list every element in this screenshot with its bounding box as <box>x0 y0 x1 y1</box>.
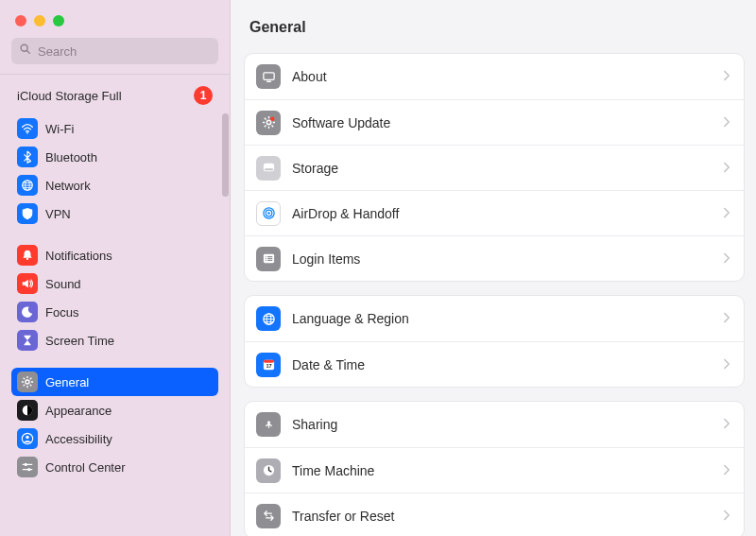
sidebar-item-label: Focus <box>45 305 78 320</box>
settings-window: iCloud Storage Full 1 Wi-Fi Bluetooth Ne… <box>0 0 756 536</box>
sidebar-item-label: Control Center <box>45 460 126 475</box>
sidebar-item-screentime[interactable]: Screen Time <box>11 326 218 354</box>
page-title: General <box>249 19 745 36</box>
search-field[interactable] <box>11 38 218 64</box>
hourglass-icon <box>17 330 38 351</box>
sidebar-item-controlcenter[interactable]: Control Center <box>11 453 218 481</box>
gear-badge-icon <box>256 111 281 135</box>
settings-group: Sharing Time Machine Transfer or Reset <box>244 401 745 536</box>
sidebar-item-network[interactable]: Network <box>11 171 218 199</box>
row-softwareupdate[interactable]: Software Update <box>245 99 744 145</box>
chevron-right-icon <box>723 356 730 373</box>
disk-icon <box>256 156 281 181</box>
gear-icon <box>17 372 38 392</box>
row-timemachine[interactable]: Time Machine <box>245 447 744 493</box>
row-label: Transfer or Reset <box>292 509 712 524</box>
sidebar: iCloud Storage Full 1 Wi-Fi Bluetooth Ne… <box>0 0 231 536</box>
moon-icon <box>17 302 38 322</box>
row-label: Login Items <box>292 251 712 267</box>
chevron-right-icon <box>723 114 730 131</box>
clock-icon <box>256 458 281 483</box>
sidebar-item-bluetooth[interactable]: Bluetooth <box>11 143 218 171</box>
speaker-icon <box>17 273 38 294</box>
contrast-icon <box>17 400 38 421</box>
sidebar-item-label: General <box>45 375 89 389</box>
sidebar-item-label: Accessibility <box>45 432 112 446</box>
sidebar-item-vpn[interactable]: VPN <box>11 199 218 228</box>
globe-icon <box>256 306 281 331</box>
chevron-right-icon <box>723 68 730 85</box>
row-label: Date & Time <box>292 357 712 372</box>
notification-badge: 1 <box>194 86 213 105</box>
search-input[interactable] <box>38 44 211 59</box>
search-icon <box>19 43 32 60</box>
sidebar-item-label: Bluetooth <box>45 150 97 164</box>
chevron-right-icon <box>723 462 730 479</box>
settings-group: About Software Update Storage AirDrop & … <box>244 53 745 282</box>
row-sharing[interactable]: Sharing <box>245 402 744 447</box>
share-icon <box>256 412 281 437</box>
row-label: Software Update <box>292 115 712 130</box>
scrollbar-thumb[interactable] <box>222 113 229 197</box>
sidebar-item-appearance[interactable]: Appearance <box>11 396 218 424</box>
sidebar-item-accessibility[interactable]: Accessibility <box>11 424 218 453</box>
globe-icon <box>17 175 38 196</box>
sidebar-item-notifications[interactable]: Notifications <box>11 241 218 269</box>
row-label: Time Machine <box>292 463 712 478</box>
chevron-right-icon <box>723 205 730 222</box>
monitor-icon <box>256 64 281 89</box>
sidebar-item-label: Wi-Fi <box>45 122 74 136</box>
minimize-window-button[interactable] <box>34 15 45 26</box>
sidebar-item-label: VPN <box>45 207 71 221</box>
shield-icon <box>17 203 38 224</box>
bluetooth-icon <box>17 147 38 167</box>
row-label: AirDrop & Handoff <box>292 206 712 221</box>
chevron-right-icon <box>723 160 730 177</box>
row-about[interactable]: About <box>245 54 744 99</box>
main-content: General About Software Update Storage Ai… <box>231 0 756 536</box>
person-icon <box>17 428 38 449</box>
settings-group: Language & Region Date & Time <box>244 295 745 388</box>
sidebar-item-general[interactable]: General <box>11 368 218 396</box>
row-loginitems[interactable]: Login Items <box>245 235 744 281</box>
row-label: Language & Region <box>292 311 712 326</box>
storage-banner-label: iCloud Storage Full <box>17 89 122 103</box>
sidebar-item-wifi[interactable]: Wi-Fi <box>11 114 218 143</box>
row-label: About <box>292 69 712 84</box>
sidebar-item-sound[interactable]: Sound <box>11 269 218 298</box>
zoom-window-button[interactable] <box>53 15 64 26</box>
row-label: Storage <box>292 161 712 176</box>
sidebar-item-label: Screen Time <box>45 334 114 348</box>
list-icon <box>256 247 281 271</box>
row-storage[interactable]: Storage <box>245 145 744 190</box>
chevron-right-icon <box>723 310 730 327</box>
chevron-right-icon <box>723 416 730 433</box>
row-label: Sharing <box>292 417 712 432</box>
sidebar-item-label: Sound <box>45 277 81 291</box>
sidebar-item-label: Notifications <box>45 249 112 263</box>
sidebar-item-label: Appearance <box>45 404 112 418</box>
sidebar-item-label: Network <box>45 179 91 193</box>
window-controls <box>0 0 230 38</box>
row-transfer[interactable]: Transfer or Reset <box>245 493 744 536</box>
row-datetime[interactable]: Date & Time <box>245 341 744 387</box>
sidebar-item-icloud-storage[interactable]: iCloud Storage Full 1 <box>11 84 218 114</box>
close-window-button[interactable] <box>15 15 26 26</box>
divider <box>0 74 230 75</box>
sliders-icon <box>17 457 38 477</box>
airdrop-icon <box>256 201 281 226</box>
wifi-icon <box>17 118 38 139</box>
sidebar-scroll: iCloud Storage Full 1 Wi-Fi Bluetooth Ne… <box>0 84 230 536</box>
row-language[interactable]: Language & Region <box>245 296 744 341</box>
calendar-icon <box>256 353 281 377</box>
chevron-right-icon <box>723 508 730 525</box>
sidebar-item-focus[interactable]: Focus <box>11 298 218 326</box>
row-airdrop[interactable]: AirDrop & Handoff <box>245 190 744 235</box>
chevron-right-icon <box>723 251 730 268</box>
arrows-icon <box>256 504 281 528</box>
bell-icon <box>17 245 38 266</box>
